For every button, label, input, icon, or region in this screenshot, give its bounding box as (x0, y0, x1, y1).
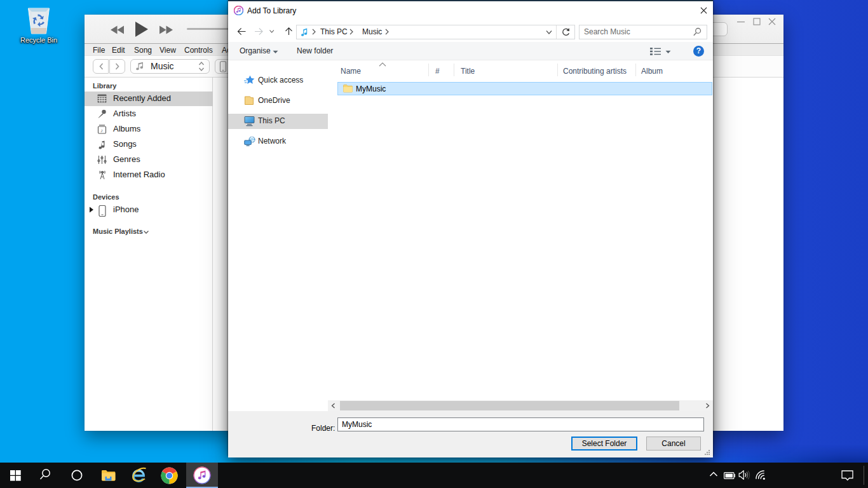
svg-text:♪: ♪ (100, 128, 103, 133)
